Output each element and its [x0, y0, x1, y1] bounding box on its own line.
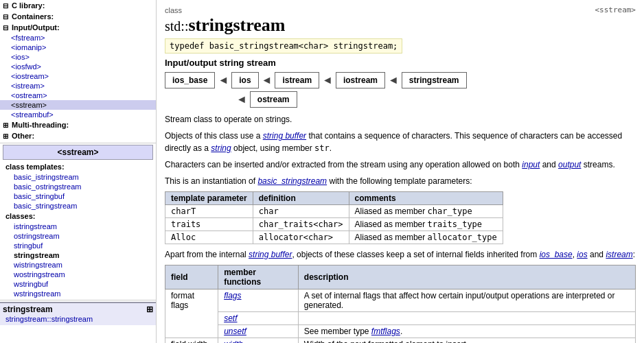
fields-row-width: field width width Width of the next form…: [165, 338, 636, 344]
fmtflags-link[interactable]: fmtflags: [371, 327, 400, 336]
sidebar-section-other[interactable]: ⊞ Other:: [0, 130, 156, 141]
ios-link[interactable]: ios: [577, 250, 587, 259]
sidebar-clibrary-label: C library:: [12, 1, 45, 10]
comment-charT: Aliased as member char_type: [349, 205, 503, 218]
setf-link[interactable]: setf: [224, 314, 237, 323]
member-unsetf: unsetf: [218, 325, 299, 338]
diagram-box-iostream: iostream: [336, 72, 385, 88]
def-traits: char_traits<char>: [253, 218, 349, 231]
param-traits: traits: [165, 218, 253, 231]
param-alloc: Alloc: [165, 231, 253, 244]
sidebar-item-basic-stringstream[interactable]: basic_stringstream: [0, 201, 156, 211]
string-link[interactable]: string: [211, 143, 231, 153]
sidebar-divider-1: [0, 143, 156, 143]
diagram-box-stringstream: stringstream: [402, 72, 467, 88]
arrow3: ◄: [322, 74, 333, 86]
comment-traits: Aliased as member traits_type: [349, 218, 503, 231]
sidebar-item-wistringstream[interactable]: wistringstream: [0, 260, 156, 270]
param-charT: charT: [165, 205, 253, 218]
sidebar-bottom-link[interactable]: stringstream::stringstream: [3, 314, 153, 324]
unsetf-link[interactable]: unsetf: [224, 327, 246, 336]
flags-link[interactable]: flags: [224, 291, 241, 300]
fields-table: field member functions description forma…: [165, 265, 636, 343]
arrow1: ◄: [218, 74, 229, 86]
diagram-box-ostream: ostream: [250, 91, 297, 108]
sidebar-item-basic-ostringstream[interactable]: basic_ostringstream: [0, 182, 156, 191]
page-title: std::stringstream: [165, 15, 636, 36]
sidebar-section-io[interactable]: ⊟ Input/Output:: [0, 22, 156, 33]
class-label: class: [165, 6, 182, 14]
sidebar-item-ostream[interactable]: <ostream>: [0, 91, 156, 100]
string-buffer-link1[interactable]: string buffer: [263, 131, 306, 141]
params-table: template parameter definition comments c…: [165, 191, 503, 244]
sidebar-containers-label: Containers:: [12, 12, 54, 21]
sidebar-item-istringstream[interactable]: istringstream: [0, 222, 156, 231]
sidebar-other-label: Other:: [12, 132, 34, 140]
sidebar-item-iomanip[interactable]: <iomanip>: [0, 43, 156, 52]
sidebar-divider-2: [0, 300, 156, 300]
diagram-row2: ◄ ostream: [233, 91, 636, 108]
fields-header-desc: description: [298, 265, 635, 289]
section-title: Input/output string stream: [165, 58, 636, 68]
sidebar-item-ostringstream[interactable]: ostringstream: [0, 231, 156, 241]
sidebar-item-sstream[interactable]: <sstream>: [0, 100, 156, 110]
sidebar-item-stringbuf[interactable]: stringbuf: [0, 241, 156, 250]
sidebar-item-fstream[interactable]: <fstream>: [0, 33, 156, 43]
apart-text: Apart from the internal string buffer, o…: [165, 248, 636, 261]
ios-base-link[interactable]: ios_base: [540, 250, 573, 259]
string-buffer-link2[interactable]: string buffer: [249, 250, 292, 259]
comment-alloc: Aliased as member allocator_type: [349, 231, 503, 244]
fields-header-field: field: [165, 265, 218, 289]
sidebar-item-basic-stringbuf[interactable]: basic_stringbuf: [0, 191, 156, 201]
desc-unsetf: See member type fmtflags.: [298, 325, 635, 338]
description4: This is an instantiation of basic_string…: [165, 175, 636, 187]
fields-row-setf: setf: [165, 312, 636, 325]
sidebar: ⊟ C library: ⊟ Containers: ⊟ Input/Outpu…: [0, 0, 157, 343]
member-width: width: [218, 338, 299, 344]
field-format-flags: format flags: [165, 289, 218, 338]
sidebar-item-wostringstream[interactable]: wostringstream: [0, 270, 156, 279]
sidebar-item-wstringstream[interactable]: wstringstream: [0, 289, 156, 298]
typedef-line: typedef basic_stringstream<char> strings…: [165, 38, 402, 54]
params-header-comments: comments: [349, 192, 503, 205]
sstream-label: <sstream>: [595, 5, 636, 14]
arrow2: ◄: [262, 74, 273, 86]
arrow4: ◄: [388, 74, 399, 86]
sidebar-item-istream[interactable]: <istream>: [0, 81, 156, 91]
sidebar-item-iosfwd[interactable]: <iosfwd>: [0, 62, 156, 71]
sidebar-item-basic-istringstream[interactable]: basic_istringstream: [0, 172, 156, 182]
sidebar-box-sstream: <sstream>: [3, 145, 153, 160]
params-row-chart: charT char Aliased as member char_type: [165, 205, 503, 218]
sidebar-item-streambuf[interactable]: <streambuf>: [0, 110, 156, 119]
output-link[interactable]: output: [558, 160, 581, 169]
diagram-box-istream: istream: [275, 72, 319, 88]
toggle-other-icon: ⊞: [3, 132, 8, 140]
description3: Characters can be inserted and/or extrac…: [165, 158, 636, 171]
def-alloc: allocator<char>: [253, 231, 349, 244]
basic-stringstream-link[interactable]: basic_stringstream: [257, 176, 327, 186]
inheritance-diagram: ios_base ◄ ios ◄ istream ◄ iostream ◄ st…: [165, 72, 636, 108]
sidebar-item-wstringbuf[interactable]: wstringbuf: [0, 279, 156, 289]
toggle-clibrary-icon: ⊟: [3, 2, 8, 10]
toggle-containers-icon: ⊟: [3, 13, 8, 21]
fields-row-unsetf: unsetf See member type fmtflags.: [165, 325, 636, 338]
sidebar-section-multithreading[interactable]: ⊞ Multi-threading:: [0, 119, 156, 130]
toggle-io-icon: ⊟: [3, 24, 8, 32]
arrow5: ◄: [236, 93, 247, 106]
params-row-alloc: Alloc allocator<char> Aliased as member …: [165, 231, 503, 244]
def-char: char: [253, 205, 349, 218]
width-link[interactable]: width: [224, 340, 243, 343]
desc-flags: A set of internal flags that affect how …: [298, 289, 635, 312]
field-width: field width: [165, 338, 218, 344]
sidebar-bottom-title: stringstream ⊞: [3, 305, 153, 314]
sidebar-classes-header: classes:: [0, 211, 156, 222]
input-link[interactable]: input: [522, 160, 540, 169]
sidebar-item-iostream[interactable]: <iostream>: [0, 71, 156, 81]
istream-link[interactable]: istream: [606, 250, 632, 259]
sidebar-item-ios[interactable]: <ios>: [0, 52, 156, 62]
sidebar-section-containers[interactable]: ⊟ Containers:: [0, 11, 156, 22]
sidebar-item-stringstream[interactable]: stringstream: [0, 250, 156, 260]
diagram-box-ios-base: ios_base: [165, 72, 215, 88]
diagram-box-ios: ios: [231, 72, 258, 88]
sidebar-section-clibrary[interactable]: ⊟ C library:: [0, 0, 156, 11]
